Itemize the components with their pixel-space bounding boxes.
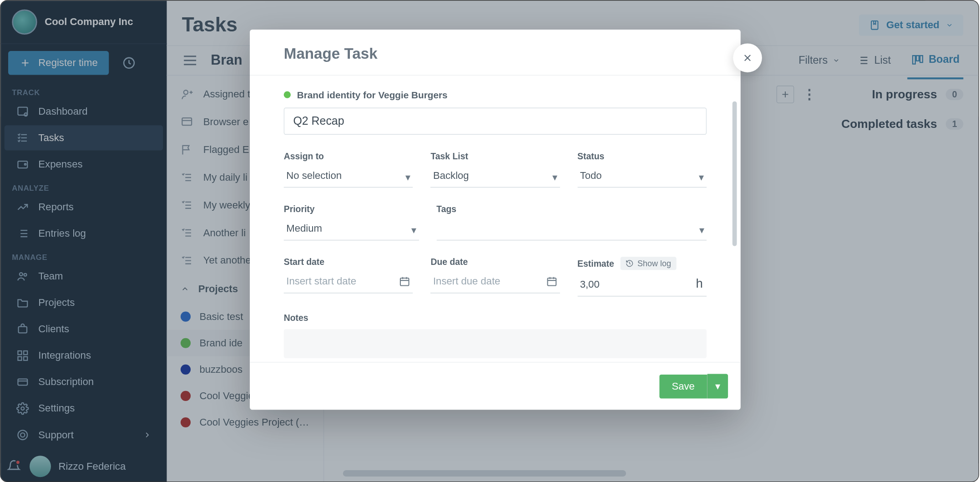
start-date-input[interactable] bbox=[284, 271, 413, 294]
modal-title: Manage Task bbox=[284, 45, 707, 62]
notes-label: Notes bbox=[284, 313, 707, 323]
tasklist-label: Task List bbox=[430, 151, 560, 161]
assign-select[interactable]: No selection bbox=[284, 165, 413, 188]
tags-select[interactable] bbox=[436, 218, 707, 241]
status-label: Status bbox=[577, 151, 707, 161]
save-button[interactable]: Save bbox=[659, 374, 707, 398]
show-log-button[interactable]: Show log bbox=[621, 257, 676, 270]
due-date-label: Due date bbox=[430, 257, 560, 267]
save-dropdown-button[interactable]: ▾ bbox=[707, 374, 728, 399]
calendar-icon bbox=[399, 276, 410, 287]
modal-close-button[interactable] bbox=[733, 43, 762, 72]
tags-label: Tags bbox=[436, 204, 707, 214]
project-name-label: Brand identity for Veggie Burgers bbox=[297, 89, 448, 100]
notes-input[interactable] bbox=[284, 329, 707, 358]
status-select[interactable]: Todo bbox=[577, 165, 707, 188]
tasklist-select[interactable]: Backlog bbox=[430, 165, 560, 188]
project-color-dot bbox=[284, 91, 291, 98]
close-icon bbox=[742, 52, 753, 64]
priority-label: Priority bbox=[284, 204, 419, 214]
start-date-label: Start date bbox=[284, 257, 413, 267]
due-date-input[interactable] bbox=[430, 271, 560, 294]
priority-select[interactable]: Medium bbox=[284, 218, 419, 241]
chevron-down-icon: ▾ bbox=[715, 381, 720, 392]
svg-rect-64 bbox=[400, 278, 409, 286]
history-icon bbox=[626, 259, 634, 268]
assign-label: Assign to bbox=[284, 151, 413, 161]
estimate-input[interactable] bbox=[577, 274, 707, 297]
task-name-input[interactable] bbox=[284, 107, 707, 134]
manage-task-modal: Manage Task Brand identity for Veggie Bu… bbox=[250, 30, 741, 410]
modal-scrollbar[interactable] bbox=[732, 101, 737, 246]
svg-rect-68 bbox=[547, 278, 556, 286]
estimate-label: Estimate bbox=[577, 259, 614, 269]
estimate-unit: h bbox=[696, 276, 702, 291]
show-log-label: Show log bbox=[637, 259, 671, 268]
calendar-icon bbox=[546, 276, 557, 287]
